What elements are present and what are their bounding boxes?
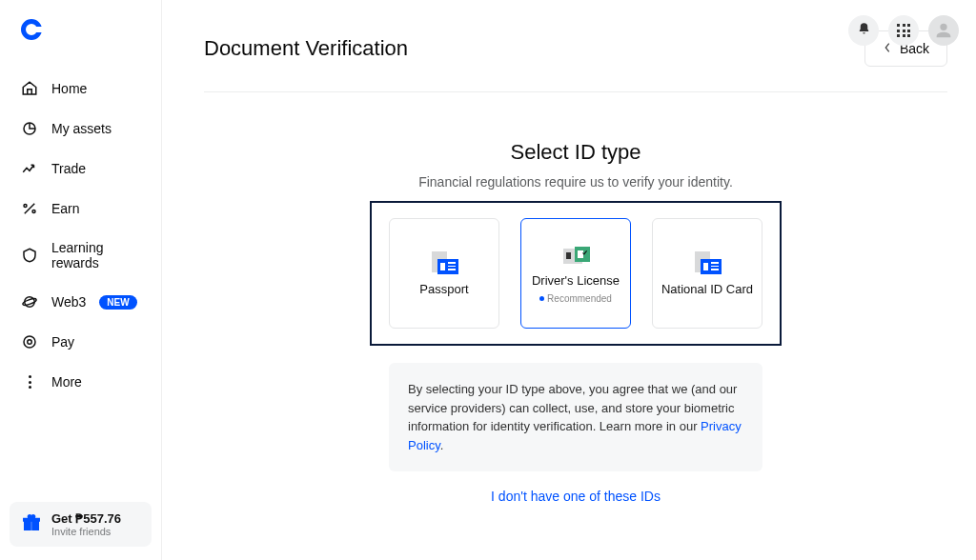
sidebar-nav: Home My assets Trade Earn xyxy=(0,69,161,402)
svg-point-3 xyxy=(24,336,35,348)
svg-point-4 xyxy=(28,340,32,345)
sidebar-item-label: Trade xyxy=(51,161,86,176)
trend-icon xyxy=(21,160,38,177)
id-option-passport[interactable]: Passport xyxy=(389,218,499,329)
sidebar-item-learning-rewards[interactable]: Learning rewards xyxy=(0,229,161,282)
sidebar-item-my-assets[interactable]: My assets xyxy=(0,109,161,149)
bell-icon xyxy=(857,22,871,40)
more-vertical-icon xyxy=(21,373,38,390)
option-label: Passport xyxy=(419,282,468,296)
no-id-link[interactable]: I don't have one of these IDs xyxy=(204,489,947,504)
pie-icon xyxy=(21,120,38,137)
avatar-button[interactable] xyxy=(928,15,959,46)
logo[interactable] xyxy=(21,19,44,42)
badge-icon xyxy=(21,247,38,264)
percent-icon xyxy=(21,200,38,217)
svg-rect-7 xyxy=(24,518,40,521)
apps-menu-button[interactable] xyxy=(888,15,919,46)
gift-icon xyxy=(21,512,42,537)
sidebar-item-label: Earn xyxy=(51,201,80,216)
sidebar-item-label: Home xyxy=(51,81,87,96)
page-title: Document Verification xyxy=(204,36,408,61)
sidebar-item-trade[interactable]: Trade xyxy=(0,149,161,189)
main-content: Document Verification Back Select ID typ… xyxy=(162,0,976,560)
notifications-button[interactable] xyxy=(848,15,879,46)
sidebar-item-earn[interactable]: Earn xyxy=(0,189,161,229)
sidebar-item-more[interactable]: More xyxy=(0,362,161,402)
sidebar-item-pay[interactable]: Pay xyxy=(0,322,161,362)
sidebar-item-label: Web3 xyxy=(51,294,86,310)
sidebar: Home My assets Trade Earn xyxy=(0,0,162,560)
invite-subtitle: Invite friends xyxy=(51,526,121,537)
avatar-icon xyxy=(933,20,954,41)
sidebar-item-label: My assets xyxy=(51,121,112,136)
svg-rect-6 xyxy=(32,521,38,530)
home-icon xyxy=(21,80,38,97)
national-id-icon xyxy=(693,251,722,276)
sidebar-item-label: More xyxy=(51,374,82,390)
id-option-drivers-license[interactable]: Driver's License Recommended xyxy=(520,218,631,329)
passport-icon xyxy=(430,251,458,276)
sidebar-item-label: Learning rewards xyxy=(51,240,140,270)
sidebar-item-web3[interactable]: Web3 NEW xyxy=(0,282,161,322)
select-id-heading: Select ID type xyxy=(204,140,947,165)
new-badge: NEW xyxy=(99,295,136,310)
invite-friends-card[interactable]: Get ₱557.76 Invite friends xyxy=(10,502,152,547)
sidebar-item-label: Pay xyxy=(51,334,74,350)
svg-point-2 xyxy=(22,297,37,306)
option-label: Driver's License xyxy=(532,273,620,288)
id-option-national-id[interactable]: National ID Card xyxy=(652,218,762,329)
invite-title: Get ₱557.76 xyxy=(51,511,121,526)
grid-icon xyxy=(897,24,910,37)
consent-text: By selecting your ID type above, you agr… xyxy=(389,363,762,471)
planet-icon xyxy=(21,293,38,310)
sidebar-item-home[interactable]: Home xyxy=(0,69,161,109)
coin-icon xyxy=(21,333,38,350)
id-options-frame: Passport Driver's License Recommended xyxy=(370,201,782,346)
select-id-subtext: Financial regulations require us to veri… xyxy=(204,174,947,190)
svg-rect-5 xyxy=(25,521,30,530)
recommended-badge: Recommended xyxy=(539,293,612,304)
option-label: National ID Card xyxy=(661,282,753,296)
drivers-license-icon xyxy=(561,243,590,268)
